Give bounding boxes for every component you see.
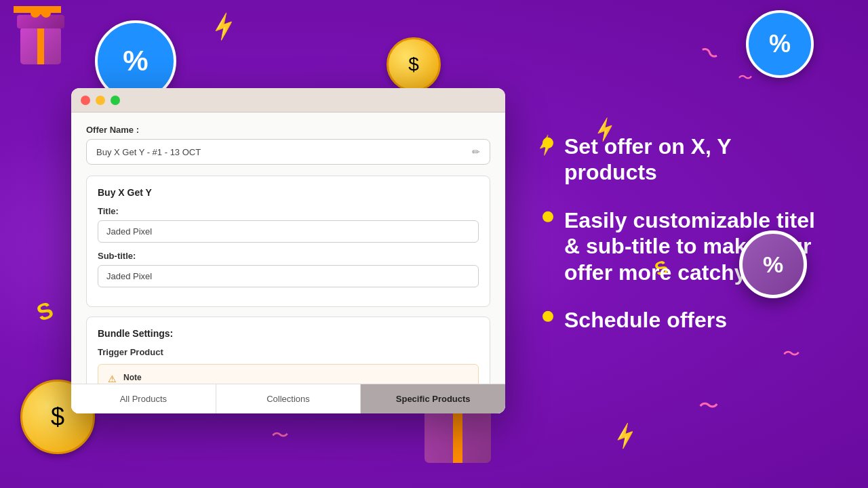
feature-item-3: Schedule offers — [542, 307, 827, 333]
bullet-3 — [542, 311, 553, 322]
subtitle-field-group: Sub-title: — [98, 251, 479, 287]
tab-collections[interactable]: Collections — [216, 384, 361, 413]
traffic-light-red[interactable] — [81, 96, 90, 105]
note-title: Note — [123, 373, 469, 382]
buy-x-get-y-card: Buy X Get Y Title: Sub-title: — [86, 176, 490, 307]
browser-content: Offer Name : Buy X Get Y - #1 - 13 OCT ✏… — [71, 113, 505, 413]
feature-text-3: Schedule offers — [564, 307, 727, 333]
bullet-1 — [542, 138, 553, 148]
feature-text-1: Set offer on X, Y products — [564, 134, 827, 186]
offer-name-box: Buy X Get Y - #1 - 13 OCT ✏ — [86, 139, 490, 165]
offer-name-value: Buy X Get Y - #1 - 13 OCT — [96, 147, 201, 157]
edit-icon[interactable]: ✏ — [472, 146, 480, 157]
traffic-light-green[interactable] — [111, 96, 120, 105]
title-input[interactable] — [98, 220, 479, 243]
traffic-light-yellow[interactable] — [96, 96, 105, 105]
title-field-group: Title: — [98, 206, 479, 243]
tabs-row: All Products Collections Specific Produc… — [71, 384, 505, 413]
card-title: Buy X Get Y — [98, 187, 479, 198]
warning-icon: ⚠ — [108, 373, 117, 384]
subtitle-input[interactable] — [98, 265, 479, 287]
tab-all-products[interactable]: All Products — [71, 384, 216, 413]
feature-item-1: Set offer on X, Y products — [542, 134, 827, 186]
floating-percent-badge: % — [739, 230, 807, 298]
tab-specific-products[interactable]: Specific Products — [361, 384, 505, 413]
offer-name-section: Offer Name : Buy X Get Y - #1 - 13 OCT ✏ — [86, 125, 490, 165]
trigger-product-label: Trigger Product — [98, 347, 479, 357]
subtitle-label: Sub-title: — [98, 251, 479, 261]
title-label: Title: — [98, 206, 479, 216]
offer-name-label: Offer Name : — [86, 125, 490, 135]
percent-icon-float: % — [763, 251, 783, 278]
browser-window: Offer Name : Buy X Get Y - #1 - 13 OCT ✏… — [71, 88, 505, 413]
bullet-2 — [542, 211, 553, 222]
bundle-settings-title: Bundle Settings: — [98, 328, 479, 339]
browser-titlebar — [71, 88, 505, 113]
